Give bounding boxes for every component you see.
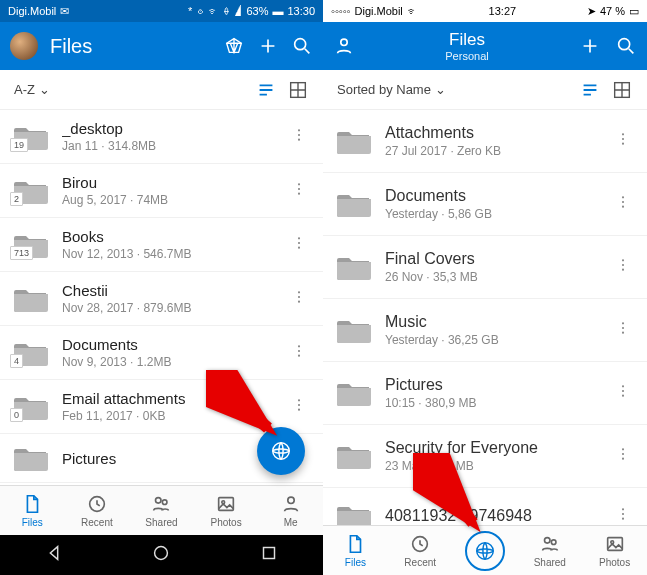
folder-icon: [14, 445, 48, 471]
folder-icon: 19: [14, 124, 48, 150]
svg-point-12: [298, 295, 300, 297]
search-icon[interactable]: [291, 35, 313, 57]
item-name: Chestii: [62, 282, 287, 299]
more-icon[interactable]: [611, 442, 635, 470]
status-icons: * ⊙ ᯤ ⟠ ◢: [188, 5, 243, 17]
item-name: _desktop: [62, 120, 287, 137]
folder-icon: [337, 443, 371, 469]
sort-dropdown[interactable]: Sorted by Name⌄: [337, 82, 446, 97]
list-item[interactable]: 19_desktopJan 11 · 314.8MB: [0, 110, 323, 164]
nav-back[interactable]: [43, 542, 65, 568]
svg-point-45: [622, 327, 624, 329]
bottom-tabs: Files Recent Shared Photos Me: [0, 485, 323, 535]
item-meta: Nov 12, 2013 · 546.7MB: [62, 247, 287, 261]
tab-shared[interactable]: Shared: [129, 486, 194, 535]
item-name: Final Covers: [385, 250, 611, 268]
account-icon[interactable]: [333, 35, 355, 57]
more-icon[interactable]: [611, 502, 635, 525]
premium-icon[interactable]: [223, 35, 245, 57]
tab-files[interactable]: Files: [0, 486, 65, 535]
tab-files[interactable]: Files: [323, 526, 388, 575]
list-item[interactable]: Security for Everyone23 Mar · 158 MB: [323, 425, 647, 488]
svg-point-38: [622, 196, 624, 198]
svg-point-40: [622, 206, 624, 208]
carrier-label: Digi.Mobil: [8, 5, 56, 17]
folder-icon: [337, 254, 371, 280]
svg-rect-31: [264, 548, 275, 559]
tab-recent[interactable]: Recent: [65, 486, 130, 535]
nav-recent[interactable]: [258, 542, 280, 568]
folder-icon: [337, 191, 371, 217]
more-icon[interactable]: [611, 190, 635, 218]
list-item[interactable]: ChestiiNov 28, 2017 · 879.6MB: [0, 272, 323, 326]
item-meta: Aug 5, 2017 · 74MB: [62, 193, 287, 207]
svg-point-29: [287, 497, 293, 503]
view-list-icon[interactable]: [255, 79, 277, 101]
more-icon[interactable]: [287, 393, 311, 421]
add-icon[interactable]: [257, 35, 279, 57]
folder-icon: [14, 286, 48, 312]
camera-fab[interactable]: [257, 427, 305, 475]
list-item[interactable]: MusicYesterday · 36,25 GB: [323, 299, 647, 362]
svg-point-39: [622, 201, 624, 203]
bottom-tabs: Files Recent Shared Photos: [323, 525, 647, 575]
tab-camera[interactable]: [453, 526, 518, 575]
view-list-icon[interactable]: [579, 79, 601, 101]
more-icon[interactable]: [611, 379, 635, 407]
more-icon[interactable]: [287, 339, 311, 367]
list-item[interactable]: 4DocumentsNov 9, 2013 · 1.2MB: [0, 326, 323, 380]
svg-point-57: [477, 542, 494, 559]
svg-point-33: [619, 39, 630, 50]
item-name: 40811932 09746948: [385, 507, 611, 525]
list-item[interactable]: 713BooksNov 12, 2013 · 546.7MB: [0, 218, 323, 272]
svg-point-11: [298, 291, 300, 293]
more-icon[interactable]: [287, 123, 311, 151]
item-name: Email attachments: [62, 390, 287, 407]
sort-dropdown[interactable]: A-Z⌄: [14, 82, 50, 97]
tab-photos[interactable]: Photos: [194, 486, 259, 535]
android-status-bar: Digi.Mobil ✉ * ⊙ ᯤ ⟠ ◢ 63% ▬ 13:30: [0, 0, 323, 22]
svg-point-59: [551, 540, 556, 545]
tab-shared[interactable]: Shared: [517, 526, 582, 575]
item-meta: Nov 9, 2013 · 1.2MB: [62, 355, 287, 369]
svg-point-42: [622, 264, 624, 266]
list-item[interactable]: Final Covers26 Nov · 35,3 MB: [323, 236, 647, 299]
view-grid-icon[interactable]: [611, 79, 633, 101]
recent-icon: [86, 493, 108, 515]
list-item[interactable]: DocumentsYesterday · 5,86 GB: [323, 173, 647, 236]
tab-me[interactable]: Me: [258, 486, 323, 535]
svg-point-48: [622, 390, 624, 392]
count-badge: 2: [10, 192, 23, 206]
add-icon[interactable]: [579, 35, 601, 57]
more-icon[interactable]: [287, 231, 311, 259]
item-meta: Jan 11 · 314.8MB: [62, 139, 287, 153]
list-item[interactable]: Attachments27 Jul 2017 · Zero KB: [323, 110, 647, 173]
more-icon[interactable]: [287, 285, 311, 313]
tab-recent[interactable]: Recent: [388, 526, 453, 575]
search-icon[interactable]: [615, 35, 637, 57]
more-icon[interactable]: [611, 253, 635, 281]
tab-photos[interactable]: Photos: [582, 526, 647, 575]
more-icon[interactable]: [611, 316, 635, 344]
list-item[interactable]: Pictures10:15 · 380,9 MB: [323, 362, 647, 425]
list-item[interactable]: 40811932 09746948: [323, 488, 647, 525]
folder-icon: 4: [14, 340, 48, 366]
svg-point-7: [298, 192, 300, 194]
item-name: Birou: [62, 174, 287, 191]
more-icon[interactable]: [611, 127, 635, 155]
nav-home[interactable]: [150, 542, 172, 568]
list-item[interactable]: 2BirouAug 5, 2017 · 74MB: [0, 164, 323, 218]
sort-bar: A-Z⌄: [0, 70, 323, 110]
list-item[interactable]: 0Email attachmentsFeb 11, 2017 · 0KB: [0, 380, 323, 434]
svg-rect-27: [219, 498, 234, 511]
svg-point-6: [298, 187, 300, 189]
more-icon[interactable]: [287, 177, 311, 205]
svg-point-10: [298, 246, 300, 248]
avatar[interactable]: [10, 32, 38, 60]
view-grid-icon[interactable]: [287, 79, 309, 101]
folder-icon: 2: [14, 178, 48, 204]
battery-icon: ▭: [629, 5, 639, 18]
battery-label: 47 %: [600, 5, 625, 17]
item-name: Documents: [385, 187, 611, 205]
clock-label: 13:27: [489, 5, 517, 17]
